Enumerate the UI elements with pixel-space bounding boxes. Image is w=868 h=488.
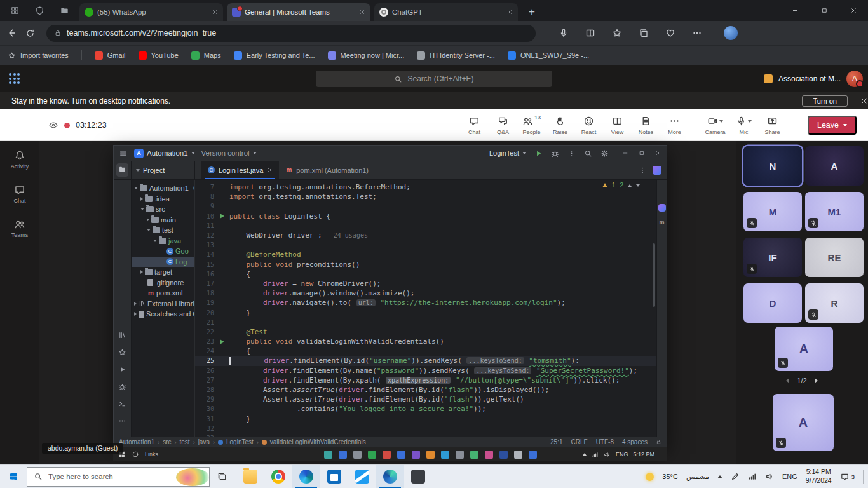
notes-button[interactable]: Notes <box>632 116 660 135</box>
tree-item[interactable]: java <box>132 236 194 247</box>
code-line[interactable]: 8import org.testng.annotations.Test; <box>195 192 656 201</box>
address-bar[interactable]: teams.microsoft.com/v2/?meetingjoin=true <box>46 25 536 42</box>
browser-tab[interactable]: General | Microsoft Teams <box>227 3 370 21</box>
volume-icon[interactable] <box>765 472 774 481</box>
participant-tile-featured[interactable]: A <box>775 327 833 371</box>
taskbar-app-edge[interactable] <box>292 465 320 488</box>
chat-button[interactable]: Chat <box>460 116 489 135</box>
teams-search-input[interactable]: Search (Ctrl+Alt+E) <box>316 71 552 87</box>
shared-taskbar-app-icon[interactable] <box>426 451 435 459</box>
editor-scrollbar[interactable] <box>653 243 655 307</box>
ide-settings-icon[interactable] <box>600 149 609 158</box>
breadcrumb-item[interactable]: src <box>163 438 171 445</box>
bookmark-item[interactable]: Gmail <box>95 51 126 60</box>
participant-tile[interactable]: R <box>805 283 864 323</box>
people-button[interactable]: 13People <box>517 116 546 135</box>
shared-taskbar-app-icon[interactable] <box>441 451 449 459</box>
page-prev-icon[interactable] <box>786 378 789 383</box>
code-line[interactable]: 7import org.testng.annotations.BeforeMet… <box>195 182 656 192</box>
code-line[interactable]: 22 @Test <box>195 327 656 337</box>
code-line[interactable]: 33 <box>195 433 656 437</box>
readonly-icon[interactable] <box>656 439 661 445</box>
bookmark-item[interactable]: Maps <box>191 51 221 60</box>
debug-button[interactable] <box>551 149 559 158</box>
ai-assistant-icon[interactable] <box>658 204 666 212</box>
code-line[interactable]: 28 Assert.assertTrue(driver.findElement(… <box>195 385 656 395</box>
shared-taskbar-app-icon[interactable] <box>339 451 347 459</box>
tree-item[interactable]: main <box>132 215 194 226</box>
participant-tile[interactable]: D <box>743 283 802 323</box>
main-menu-icon[interactable] <box>119 149 128 158</box>
ide-minimize-button[interactable] <box>622 150 628 156</box>
sidebar-item-chat[interactable]: Chat <box>0 178 39 210</box>
run-button[interactable] <box>534 149 543 158</box>
tray-expand-icon[interactable] <box>717 475 722 478</box>
code-line[interactable]: 26 driver.findElement(By.name("password"… <box>195 366 656 376</box>
breadcrumb-item[interactable]: validateLoginWithValidCredentials <box>270 438 366 445</box>
tree-item[interactable]: mpom.xml <box>132 288 194 299</box>
share-button[interactable]: Share <box>758 116 787 135</box>
split-screen-icon[interactable] <box>585 28 595 38</box>
tile-pagination[interactable]: 1/2 <box>736 377 868 384</box>
banner-close-icon[interactable] <box>860 97 868 105</box>
taskbar-app-microsoft-store[interactable] <box>320 465 348 488</box>
react-button[interactable]: React <box>574 116 603 135</box>
tree-item[interactable]: .idea <box>132 194 194 205</box>
status-item[interactable]: CRLF <box>571 438 588 445</box>
ide-close-button[interactable] <box>655 150 661 156</box>
bookmark-item[interactable]: Import favorites <box>8 51 69 60</box>
code-line[interactable]: 32 <box>195 424 656 433</box>
tree-item[interactable]: CLog <box>132 257 194 268</box>
more-actions-icon[interactable] <box>567 149 576 158</box>
tab-close-icon[interactable] <box>267 167 273 173</box>
maven-panel-icon[interactable]: m <box>659 219 664 226</box>
version-control-menu[interactable]: Version control <box>201 149 257 157</box>
browser-tab[interactable]: ChatGPT <box>374 3 518 21</box>
tree-item[interactable]: test <box>132 225 194 236</box>
participant-tile[interactable]: M1 <box>805 192 864 231</box>
shared-show-desktop[interactable] <box>660 447 662 461</box>
code-line[interactable]: 15 public void preconditions() <box>195 260 656 269</box>
workspace-icon[interactable] <box>35 6 44 15</box>
taskbar-clock[interactable]: 5:14 PM 9/7/2024 <box>806 468 832 485</box>
code-line[interactable]: 18 driver.manage().window().maximize(); <box>195 288 656 298</box>
bookmark-item[interactable]: Meeting now | Micr... <box>328 51 405 60</box>
status-item[interactable]: 4 spaces <box>622 438 648 445</box>
mic-button[interactable]: Mic <box>729 116 758 135</box>
tree-item[interactable]: Automation1C:\... <box>132 183 194 194</box>
raise-button[interactable]: Raise <box>546 116 574 135</box>
code-line[interactable]: 29 Assert.assertTrue(driver.findElement(… <box>195 395 656 404</box>
tree-item[interactable]: src <box>132 204 194 215</box>
refresh-icon[interactable] <box>25 29 35 38</box>
terminal-icon[interactable] <box>118 400 126 408</box>
shared-taskbar-app-icon[interactable] <box>353 451 362 459</box>
participant-tile[interactable]: RE <box>805 238 864 277</box>
debug-tool-icon[interactable] <box>118 383 126 391</box>
ai-assistant-icon[interactable] <box>653 166 661 175</box>
run-gutter-icon[interactable] <box>220 339 224 344</box>
participant-tile[interactable]: M <box>743 192 802 231</box>
language-indicator[interactable]: ENG <box>782 473 797 480</box>
run-configuration[interactable]: LoginTest <box>489 149 526 157</box>
back-icon[interactable] <box>6 28 17 38</box>
profile-avatar[interactable]: A <box>846 71 863 87</box>
camera-button[interactable]: Camera <box>701 116 729 135</box>
run-tool-icon[interactable] <box>118 365 126 374</box>
bookmark-item[interactable]: ITI Identity Server -... <box>417 51 495 60</box>
bookmarks-icon[interactable] <box>118 348 126 356</box>
breadcrumb-item[interactable]: test <box>180 438 190 445</box>
shared-taskbar-app-icon[interactable] <box>324 451 332 459</box>
status-item[interactable]: UTF-8 <box>596 438 614 445</box>
volume-icon[interactable] <box>604 451 611 458</box>
code-line[interactable]: 23 public void validateLoginWithValidCre… <box>195 337 656 346</box>
bookmark-item[interactable]: YouTube <box>139 51 179 60</box>
bookmark-item[interactable]: ONL1_SWD7_S9e -... <box>508 51 589 60</box>
code-line[interactable]: 10public class LoginTest { <box>195 212 656 221</box>
bookmark-item[interactable]: Early Testing and Te... <box>234 51 315 60</box>
taskbar-app-file-explorer[interactable] <box>236 465 264 488</box>
network-icon[interactable] <box>592 451 599 458</box>
sidebar-item-teams[interactable]: Teams <box>0 212 39 244</box>
chevron-down-icon[interactable] <box>719 120 723 123</box>
status-item[interactable]: 25:1 <box>550 438 562 445</box>
run-gutter-icon[interactable] <box>220 214 224 219</box>
